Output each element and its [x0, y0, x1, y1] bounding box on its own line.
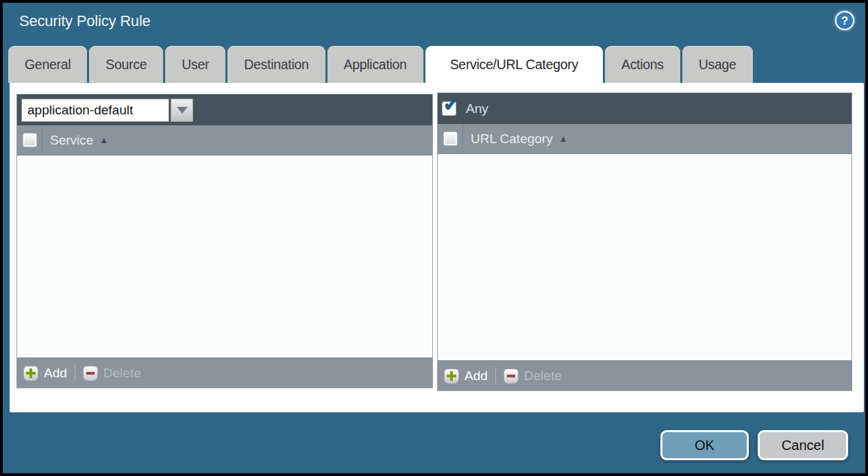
- dialog-action-buttons: OK Cancel: [660, 430, 848, 460]
- security-policy-rule-dialog: Security Policy Rule ? General Source Us…: [0, 0, 868, 476]
- url-category-column-header[interactable]: URL Category ▲: [463, 131, 568, 147]
- service-panel: Service ▲ Add Delete: [16, 94, 433, 388]
- service-type-input[interactable]: [21, 99, 169, 122]
- delete-button-label: Delete: [524, 368, 562, 384]
- service-select-all-cell: [17, 125, 42, 155]
- service-toolbar: [17, 95, 432, 125]
- url-category-grid-header: URL Category ▲: [438, 124, 852, 154]
- url-category-select-all-cell: [438, 124, 463, 153]
- chevron-down-icon: [177, 107, 188, 114]
- question-mark-glyph: ?: [841, 15, 848, 27]
- tab-application[interactable]: Application: [327, 46, 423, 83]
- footer-divider: [75, 365, 75, 381]
- service-grid-header: Service ▲: [17, 125, 432, 155]
- footer-divider: [495, 368, 496, 384]
- service-column-label: Service: [50, 133, 93, 148]
- service-add-button[interactable]: Add: [23, 366, 67, 381]
- add-plus-icon: [444, 368, 459, 384]
- service-delete-button[interactable]: Delete: [83, 366, 141, 381]
- url-category-toolbar: ✔ Any: [438, 93, 852, 124]
- url-category-delete-button[interactable]: Delete: [504, 368, 562, 384]
- service-grid-footer: Add Delete: [17, 358, 432, 388]
- cancel-button[interactable]: Cancel: [758, 430, 848, 460]
- service-column-header[interactable]: Service ▲: [42, 133, 108, 148]
- delete-button-label: Delete: [103, 366, 141, 381]
- tab-destination[interactable]: Destination: [227, 46, 325, 83]
- tab-source[interactable]: Source: [89, 46, 163, 83]
- delete-minus-icon: [504, 368, 519, 384]
- url-category-list[interactable]: [438, 154, 852, 360]
- delete-minus-icon: [83, 366, 98, 381]
- tab-user[interactable]: User: [165, 46, 225, 83]
- tab-service-url-category[interactable]: Service/URL Category: [425, 46, 603, 83]
- help-icon[interactable]: ?: [835, 11, 854, 30]
- dropdown-caret-button[interactable]: [171, 99, 193, 122]
- url-category-panel: ✔ Any URL Category ▲ Add: [437, 92, 852, 391]
- sort-ascending-icon: ▲: [559, 134, 568, 144]
- service-type-dropdown[interactable]: [21, 99, 193, 122]
- tab-bar: General Source User Destination Applicat…: [8, 46, 753, 83]
- any-checkbox[interactable]: ✔: [442, 101, 456, 116]
- service-list[interactable]: [17, 155, 432, 358]
- sort-ascending-icon: ▲: [99, 135, 108, 145]
- tab-actions[interactable]: Actions: [605, 46, 680, 83]
- url-category-column-label: URL Category: [471, 131, 553, 147]
- checkmark-icon: ✔: [443, 95, 459, 116]
- add-button-label: Add: [464, 368, 488, 384]
- service-select-all-checkbox[interactable]: [23, 133, 37, 147]
- tab-usage[interactable]: Usage: [682, 46, 753, 83]
- url-category-add-button[interactable]: Add: [444, 368, 488, 384]
- ok-button[interactable]: OK: [660, 430, 749, 460]
- tab-general[interactable]: General: [8, 46, 87, 83]
- dialog-title: Security Policy Rule: [19, 12, 151, 30]
- any-checkbox-label[interactable]: Any: [466, 101, 488, 116]
- add-button-label: Add: [44, 366, 67, 381]
- url-category-grid-footer: Add Delete: [438, 360, 852, 390]
- tab-content: Service ▲ Add Delete ✔: [10, 83, 864, 412]
- add-plus-icon: [23, 366, 38, 381]
- url-category-select-all-checkbox[interactable]: [443, 131, 458, 146]
